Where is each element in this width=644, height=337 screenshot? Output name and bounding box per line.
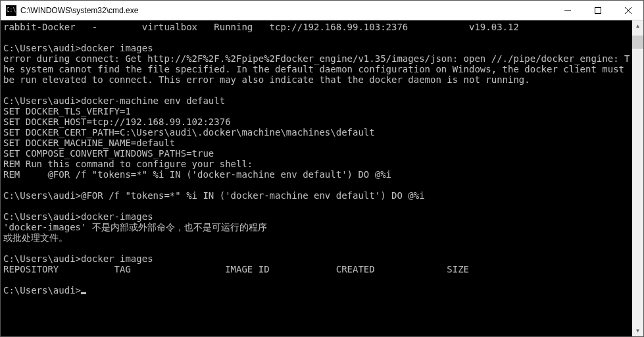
scroll-thumb[interactable] xyxy=(632,36,643,49)
terminal-line: REM @FOR /f "tokens=*" %i IN ('docker-ma… xyxy=(3,169,391,180)
text-cursor xyxy=(81,292,86,294)
terminal-line: C:\Users\audi>docker-machine env default xyxy=(3,95,225,106)
close-button[interactable] xyxy=(613,1,643,20)
svg-rect-1 xyxy=(595,7,601,13)
terminal-line: error during connect: Get http://%2F%2F.… xyxy=(3,53,630,85)
terminal-container: rabbit-Docker - virtualbox Running tcp:/… xyxy=(1,20,643,336)
window-controls xyxy=(553,1,643,20)
maximize-button[interactable] xyxy=(583,1,613,20)
terminal-line: SET DOCKER_MACHINE_NAME=default xyxy=(3,138,175,148)
terminal-output[interactable]: rabbit-Docker - virtualbox Running tcp:/… xyxy=(1,20,632,336)
terminal-line: 或批处理文件。 xyxy=(3,232,68,243)
scroll-down-arrow-icon[interactable]: ▼ xyxy=(632,325,643,336)
terminal-line: C:\Users\audi>@FOR /f "tokens=*" %i IN (… xyxy=(3,190,425,201)
vertical-scrollbar[interactable]: ▲ ▼ xyxy=(632,20,643,336)
terminal-line: SET DOCKER_HOST=tcp://192.168.99.102:237… xyxy=(3,117,231,127)
terminal-line: C:\Users\audi>docker images xyxy=(3,43,153,53)
terminal-line: rabbit-Docker - virtualbox Running tcp:/… xyxy=(3,22,519,32)
terminal-line: C:\Users\audi> xyxy=(3,285,81,296)
close-icon xyxy=(625,7,632,14)
terminal-line: REM Run this command to configure your s… xyxy=(3,159,253,169)
terminal-line: 'docker-images' 不是内部或外部命令，也不是可运行的程序 xyxy=(3,222,267,232)
minimize-icon xyxy=(564,7,571,14)
terminal-line: SET DOCKER_CERT_PATH=C:\Users\audi\.dock… xyxy=(3,127,375,138)
terminal-line: SET COMPOSE_CONVERT_WINDOWS_PATHS=true xyxy=(3,148,214,159)
window-titlebar: C:\ C:\WINDOWS\system32\cmd.exe xyxy=(1,1,643,20)
window-title: C:\WINDOWS\system32\cmd.exe xyxy=(20,6,553,15)
maximize-icon xyxy=(595,7,601,14)
terminal-line: SET DOCKER_TLS_VERIFY=1 xyxy=(3,106,131,117)
scroll-up-arrow-icon[interactable]: ▲ xyxy=(632,20,643,32)
terminal-line: REPOSITORY TAG IMAGE ID CREATED SIZE xyxy=(3,264,469,274)
minimize-button[interactable] xyxy=(553,1,583,20)
scroll-track[interactable] xyxy=(632,32,643,325)
cmd-icon: C:\ xyxy=(6,5,16,16)
terminal-line: C:\Users\audi>docker images xyxy=(3,253,153,264)
terminal-line: C:\Users\audi>docker-images xyxy=(3,211,153,222)
